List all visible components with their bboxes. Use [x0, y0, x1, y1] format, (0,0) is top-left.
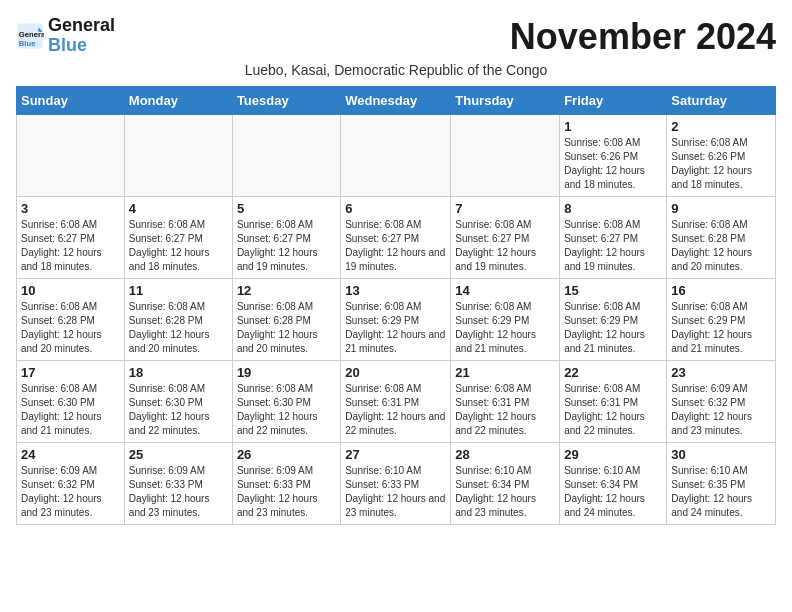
day-info: Sunrise: 6:08 AM Sunset: 6:30 PM Dayligh…: [21, 382, 120, 438]
day-number: 25: [129, 447, 228, 462]
calendar-cell: 7Sunrise: 6:08 AM Sunset: 6:27 PM Daylig…: [451, 197, 560, 279]
day-number: 28: [455, 447, 555, 462]
day-number: 17: [21, 365, 120, 380]
calendar-cell: 25Sunrise: 6:09 AM Sunset: 6:33 PM Dayli…: [124, 443, 232, 525]
day-info: Sunrise: 6:09 AM Sunset: 6:33 PM Dayligh…: [237, 464, 336, 520]
calendar-cell: [124, 115, 232, 197]
calendar-week-5: 24Sunrise: 6:09 AM Sunset: 6:32 PM Dayli…: [17, 443, 776, 525]
calendar-cell: [341, 115, 451, 197]
calendar-cell: 5Sunrise: 6:08 AM Sunset: 6:27 PM Daylig…: [232, 197, 340, 279]
day-number: 21: [455, 365, 555, 380]
day-info: Sunrise: 6:08 AM Sunset: 6:26 PM Dayligh…: [671, 136, 771, 192]
logo-icon: General Blue: [16, 22, 44, 50]
calendar-cell: 8Sunrise: 6:08 AM Sunset: 6:27 PM Daylig…: [560, 197, 667, 279]
calendar-table: SundayMondayTuesdayWednesdayThursdayFrid…: [16, 86, 776, 525]
calendar-cell: 11Sunrise: 6:08 AM Sunset: 6:28 PM Dayli…: [124, 279, 232, 361]
calendar-cell: 16Sunrise: 6:08 AM Sunset: 6:29 PM Dayli…: [667, 279, 776, 361]
day-number: 29: [564, 447, 662, 462]
day-info: Sunrise: 6:08 AM Sunset: 6:27 PM Dayligh…: [21, 218, 120, 274]
day-info: Sunrise: 6:08 AM Sunset: 6:31 PM Dayligh…: [455, 382, 555, 438]
calendar-cell: 23Sunrise: 6:09 AM Sunset: 6:32 PM Dayli…: [667, 361, 776, 443]
day-info: Sunrise: 6:10 AM Sunset: 6:33 PM Dayligh…: [345, 464, 446, 520]
day-number: 4: [129, 201, 228, 216]
calendar-header-friday: Friday: [560, 87, 667, 115]
title-section: November 2024: [510, 16, 776, 58]
day-info: Sunrise: 6:08 AM Sunset: 6:31 PM Dayligh…: [564, 382, 662, 438]
calendar-cell: 26Sunrise: 6:09 AM Sunset: 6:33 PM Dayli…: [232, 443, 340, 525]
day-number: 10: [21, 283, 120, 298]
day-number: 26: [237, 447, 336, 462]
calendar-cell: 21Sunrise: 6:08 AM Sunset: 6:31 PM Dayli…: [451, 361, 560, 443]
page-header: General Blue GeneralBlue November 2024: [16, 16, 776, 58]
day-number: 16: [671, 283, 771, 298]
day-number: 2: [671, 119, 771, 134]
svg-text:Blue: Blue: [19, 39, 36, 48]
calendar-header-tuesday: Tuesday: [232, 87, 340, 115]
calendar-cell: 19Sunrise: 6:08 AM Sunset: 6:30 PM Dayli…: [232, 361, 340, 443]
day-info: Sunrise: 6:08 AM Sunset: 6:29 PM Dayligh…: [455, 300, 555, 356]
day-info: Sunrise: 6:08 AM Sunset: 6:28 PM Dayligh…: [21, 300, 120, 356]
day-number: 1: [564, 119, 662, 134]
calendar-cell: 9Sunrise: 6:08 AM Sunset: 6:28 PM Daylig…: [667, 197, 776, 279]
day-number: 24: [21, 447, 120, 462]
day-number: 5: [237, 201, 336, 216]
calendar-cell: 14Sunrise: 6:08 AM Sunset: 6:29 PM Dayli…: [451, 279, 560, 361]
day-info: Sunrise: 6:08 AM Sunset: 6:30 PM Dayligh…: [237, 382, 336, 438]
day-number: 23: [671, 365, 771, 380]
calendar-week-1: 1Sunrise: 6:08 AM Sunset: 6:26 PM Daylig…: [17, 115, 776, 197]
day-info: Sunrise: 6:08 AM Sunset: 6:27 PM Dayligh…: [345, 218, 446, 274]
day-info: Sunrise: 6:08 AM Sunset: 6:28 PM Dayligh…: [129, 300, 228, 356]
day-number: 12: [237, 283, 336, 298]
day-info: Sunrise: 6:09 AM Sunset: 6:33 PM Dayligh…: [129, 464, 228, 520]
calendar-header-row: SundayMondayTuesdayWednesdayThursdayFrid…: [17, 87, 776, 115]
month-year-title: November 2024: [510, 16, 776, 58]
calendar-cell: 28Sunrise: 6:10 AM Sunset: 6:34 PM Dayli…: [451, 443, 560, 525]
day-info: Sunrise: 6:09 AM Sunset: 6:32 PM Dayligh…: [21, 464, 120, 520]
calendar-cell: 10Sunrise: 6:08 AM Sunset: 6:28 PM Dayli…: [17, 279, 125, 361]
day-number: 11: [129, 283, 228, 298]
calendar-cell: [17, 115, 125, 197]
day-info: Sunrise: 6:08 AM Sunset: 6:30 PM Dayligh…: [129, 382, 228, 438]
calendar-header-wednesday: Wednesday: [341, 87, 451, 115]
calendar-cell: 4Sunrise: 6:08 AM Sunset: 6:27 PM Daylig…: [124, 197, 232, 279]
day-info: Sunrise: 6:08 AM Sunset: 6:27 PM Dayligh…: [237, 218, 336, 274]
day-number: 19: [237, 365, 336, 380]
location-subtitle: Luebo, Kasai, Democratic Republic of the…: [16, 62, 776, 78]
day-number: 15: [564, 283, 662, 298]
day-info: Sunrise: 6:08 AM Sunset: 6:29 PM Dayligh…: [345, 300, 446, 356]
day-info: Sunrise: 6:08 AM Sunset: 6:29 PM Dayligh…: [564, 300, 662, 356]
day-number: 8: [564, 201, 662, 216]
calendar-week-4: 17Sunrise: 6:08 AM Sunset: 6:30 PM Dayli…: [17, 361, 776, 443]
day-number: 14: [455, 283, 555, 298]
day-info: Sunrise: 6:08 AM Sunset: 6:29 PM Dayligh…: [671, 300, 771, 356]
day-number: 22: [564, 365, 662, 380]
calendar-cell: 18Sunrise: 6:08 AM Sunset: 6:30 PM Dayli…: [124, 361, 232, 443]
day-info: Sunrise: 6:08 AM Sunset: 6:28 PM Dayligh…: [671, 218, 771, 274]
calendar-week-2: 3Sunrise: 6:08 AM Sunset: 6:27 PM Daylig…: [17, 197, 776, 279]
calendar-cell: [232, 115, 340, 197]
day-number: 30: [671, 447, 771, 462]
day-info: Sunrise: 6:10 AM Sunset: 6:34 PM Dayligh…: [455, 464, 555, 520]
calendar-week-3: 10Sunrise: 6:08 AM Sunset: 6:28 PM Dayli…: [17, 279, 776, 361]
calendar-cell: 20Sunrise: 6:08 AM Sunset: 6:31 PM Dayli…: [341, 361, 451, 443]
day-number: 7: [455, 201, 555, 216]
day-number: 6: [345, 201, 446, 216]
calendar-cell: 29Sunrise: 6:10 AM Sunset: 6:34 PM Dayli…: [560, 443, 667, 525]
logo: General Blue GeneralBlue: [16, 16, 115, 56]
day-info: Sunrise: 6:10 AM Sunset: 6:35 PM Dayligh…: [671, 464, 771, 520]
day-number: 27: [345, 447, 446, 462]
day-info: Sunrise: 6:08 AM Sunset: 6:28 PM Dayligh…: [237, 300, 336, 356]
day-info: Sunrise: 6:08 AM Sunset: 6:26 PM Dayligh…: [564, 136, 662, 192]
day-info: Sunrise: 6:08 AM Sunset: 6:31 PM Dayligh…: [345, 382, 446, 438]
calendar-cell: 13Sunrise: 6:08 AM Sunset: 6:29 PM Dayli…: [341, 279, 451, 361]
calendar-cell: 2Sunrise: 6:08 AM Sunset: 6:26 PM Daylig…: [667, 115, 776, 197]
calendar-cell: [451, 115, 560, 197]
calendar-header-saturday: Saturday: [667, 87, 776, 115]
calendar-cell: 12Sunrise: 6:08 AM Sunset: 6:28 PM Dayli…: [232, 279, 340, 361]
calendar-cell: 30Sunrise: 6:10 AM Sunset: 6:35 PM Dayli…: [667, 443, 776, 525]
day-info: Sunrise: 6:08 AM Sunset: 6:27 PM Dayligh…: [564, 218, 662, 274]
day-number: 13: [345, 283, 446, 298]
calendar-cell: 22Sunrise: 6:08 AM Sunset: 6:31 PM Dayli…: [560, 361, 667, 443]
day-info: Sunrise: 6:09 AM Sunset: 6:32 PM Dayligh…: [671, 382, 771, 438]
calendar-cell: 3Sunrise: 6:08 AM Sunset: 6:27 PM Daylig…: [17, 197, 125, 279]
